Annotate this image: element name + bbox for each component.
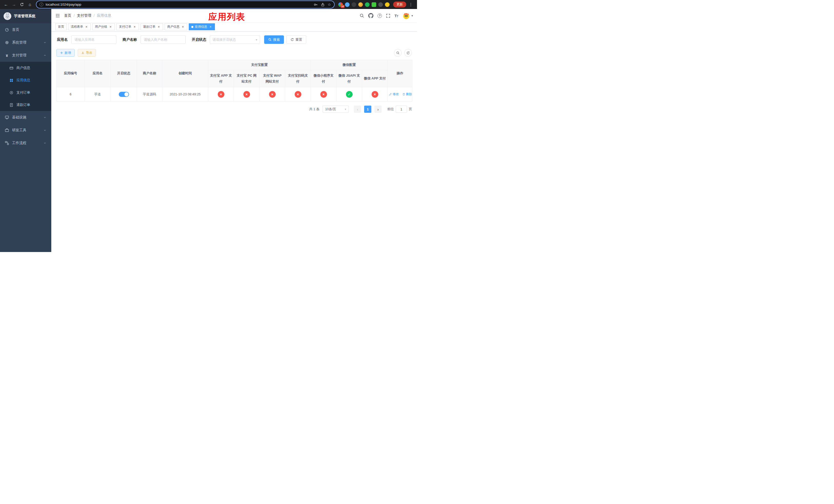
sidebar-item-label: 基础设施 [12, 115, 26, 120]
sidebar-item-merchant-info[interactable]: 商户信息 [0, 62, 51, 74]
ext-icon-avatar[interactable] [358, 2, 363, 7]
browser-reload-button[interactable] [19, 1, 25, 8]
sidebar-item-infrastructure[interactable]: 基础设施 [0, 111, 51, 124]
table-toolbar: 新增 导出 [57, 49, 412, 56]
search-button[interactable]: 搜索 [264, 36, 284, 44]
column-header: 支付宝 PC 网站支付 [234, 70, 260, 87]
app-table: 应用编号 应用名 开启状态 商户名称 创建时间 支付宝配置 微信配置 操作 支付… [57, 60, 412, 101]
ext-icon-gray[interactable] [378, 2, 383, 7]
close-icon[interactable]: × [157, 25, 160, 29]
sidebar-item-label: 首页 [12, 27, 19, 32]
status-select-placeholder: 请选择开启状态 [213, 38, 236, 42]
delete-button[interactable]: 删除 [402, 92, 412, 96]
add-button[interactable]: 新增 [57, 49, 74, 56]
tab-refund-orders[interactable]: 退款订单 × [140, 23, 163, 30]
close-icon[interactable]: × [133, 25, 136, 29]
url-bar[interactable]: i localhost:1024/pay/app ☆ [37, 1, 334, 8]
tags-bar: 首页 流程表单 × 用户分组 × 支付订单 × 退款订单 × 商户信息 × [51, 22, 417, 31]
url-text[interactable]: localhost:1024/pay/app [46, 3, 311, 6]
sidebar-item-home[interactable]: 首页 [0, 23, 51, 36]
user-menu[interactable]: ▾ [402, 12, 413, 20]
sidebar-item-label: 支付管理 [12, 53, 26, 58]
logo-rabbit-icon [4, 12, 11, 20]
chrome-update-button[interactable]: 更新 [393, 2, 406, 7]
tab-merchant-info[interactable]: 商户信息 × [164, 23, 187, 30]
fullscreen-icon[interactable] [386, 14, 390, 18]
sidebar-item-workflow[interactable]: 工作流程 [0, 137, 51, 150]
status-select[interactable]: 请选择开启状态 ▾ [210, 36, 260, 44]
tab-app-info[interactable]: 应用信息 × [189, 23, 215, 30]
chrome-menu-icon[interactable]: ⋮ [407, 2, 414, 7]
merchant-name-label: 商户名称 [123, 38, 137, 42]
extensions-row: 10 [338, 2, 390, 7]
site-info-icon[interactable]: i [40, 3, 43, 6]
status-cross-icon: × [218, 91, 224, 98]
user-avatar [402, 12, 410, 20]
column-header: 支付宝 WAP 网站支付 [260, 70, 285, 87]
status-cross-icon: × [243, 91, 250, 98]
github-icon[interactable] [368, 13, 373, 18]
tab-home[interactable]: 首页 [56, 23, 67, 30]
goto-page-input[interactable] [396, 106, 407, 113]
ext-icon-face[interactable] [385, 2, 390, 7]
export-button[interactable]: 导出 [78, 49, 96, 56]
sidebar-item-dev-tools[interactable]: 研发工具 [0, 124, 51, 137]
group-header-wechat: 微信配置 [311, 60, 388, 70]
edit-button[interactable]: 修改 [389, 92, 399, 96]
close-icon[interactable]: × [209, 25, 212, 29]
sidebar-item-label: 工作流程 [12, 141, 26, 145]
sidebar-item-system[interactable]: 系统管理 [0, 36, 51, 49]
ext-icon-blue[interactable] [345, 2, 350, 7]
next-page-button[interactable]: › [374, 106, 381, 113]
chevron-down-icon [43, 129, 46, 132]
help-icon[interactable]: ? [377, 14, 382, 18]
tab-user-group[interactable]: 用户分组 × [92, 23, 115, 30]
close-icon[interactable]: × [181, 25, 185, 29]
close-icon[interactable]: × [109, 25, 112, 29]
share-icon[interactable] [321, 3, 325, 7]
ext-badge: 10 [341, 5, 345, 8]
sidebar-item-pay-orders[interactable]: 支付订单 [0, 86, 51, 99]
ext-icon-dark[interactable] [352, 2, 356, 7]
sidebar-fold-icon[interactable] [56, 13, 60, 18]
close-icon[interactable]: × [85, 25, 88, 29]
ext-icon-green-chat[interactable] [372, 2, 376, 7]
app-logo[interactable]: 芋道管理系统 [0, 9, 51, 23]
bookmark-star-icon[interactable]: ☆ [328, 2, 331, 7]
reset-button[interactable]: 重置 [286, 36, 306, 44]
tab-process-form[interactable]: 流程表单 × [68, 23, 91, 30]
ext-icon-colorful[interactable]: 10 [338, 2, 343, 7]
tab-pay-orders[interactable]: 支付订单 × [116, 23, 139, 30]
breadcrumb-home[interactable]: 首页 [64, 13, 71, 18]
browser-forward-button[interactable]: → [10, 1, 18, 8]
page-size-select[interactable]: 10条/页 ▾ [323, 106, 349, 113]
content: 应用名 商户名称 开启状态 请选择开启状态 ▾ 搜索 重置 [51, 31, 417, 252]
document-icon [9, 103, 13, 107]
prev-page-button[interactable]: ‹ [354, 106, 361, 113]
sidebar-item-app-info[interactable]: 应用信息 [0, 74, 51, 86]
app-name-input[interactable] [71, 36, 116, 44]
browser-back-button[interactable]: ← [3, 1, 9, 8]
sidebar-item-refund-orders[interactable]: 退款订单 [0, 99, 51, 111]
row-enabled-toggle[interactable] [119, 92, 129, 97]
refresh-table-button[interactable] [404, 49, 412, 56]
tab-label: 应用信息 [195, 25, 207, 29]
sidebar-item-payment[interactable]: ¥ 支付管理 [0, 49, 51, 62]
tab-label: 首页 [58, 25, 64, 29]
tab-label: 流程表单 [71, 25, 83, 29]
browser-home-button[interactable]: ⌂ [26, 1, 33, 8]
search-icon [396, 51, 399, 54]
status-cross-icon: × [269, 91, 276, 98]
breadcrumb-payment[interactable]: 支付管理 [77, 13, 91, 18]
font-size-icon[interactable]: TT [394, 14, 398, 18]
sidebar-item-label: 商户信息 [16, 66, 30, 70]
ext-icon-green-check[interactable] [365, 2, 370, 7]
toggle-search-button[interactable] [394, 49, 402, 56]
password-key-icon[interactable] [314, 3, 318, 7]
goto-page: 前往 页 [387, 106, 412, 113]
search-icon[interactable] [359, 13, 364, 18]
merchant-name-input[interactable] [140, 36, 186, 44]
column-header: 支付宝 APP 支付 [208, 70, 234, 87]
current-page-button[interactable]: 1 [364, 106, 371, 113]
column-header: 微信 APP 支付 [362, 70, 388, 87]
